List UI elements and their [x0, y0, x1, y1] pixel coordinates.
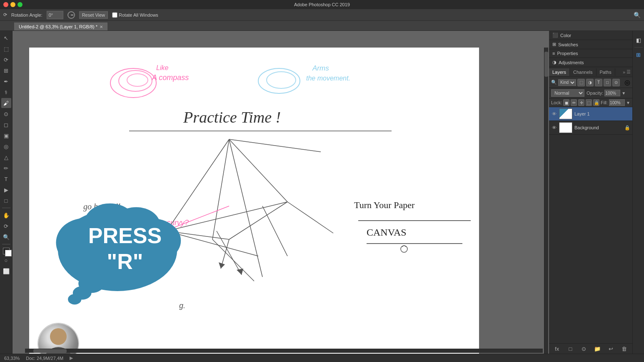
layers-list: 👁 Layer 1 👁 Background 🔒 [549, 107, 632, 343]
tool-lasso[interactable]: ⟳ [1, 55, 11, 65]
status-arrow[interactable]: ▶ [70, 355, 73, 361]
filter-pixel-btn[interactable]: ⬚ [577, 79, 585, 86]
tool-select-rect[interactable]: ⬚ [1, 44, 11, 54]
vertical-scrollbar[interactable] [544, 48, 548, 354]
tool-brush[interactable]: 🖌 [1, 98, 11, 108]
color-swatches [3, 248, 10, 254]
tab-label: Untitled-2 @ 63,3% (Layer 1, RGB/8) * [19, 24, 97, 29]
horizontal-scrollbar[interactable] [25, 349, 543, 353]
tool-eraser[interactable]: ◻ [1, 120, 11, 130]
tool-crop[interactable]: ⊞ [1, 65, 11, 75]
tab-channels[interactable]: Channels [570, 68, 596, 76]
swatches-panel-title: Swatches [558, 42, 578, 47]
right-icon-panel-toggle[interactable]: ◧ [634, 35, 644, 45]
tool-gradient[interactable]: ▣ [1, 131, 11, 141]
svg-point-33 [68, 294, 81, 304]
lock-position-btn[interactable]: ✛ [578, 99, 584, 106]
panel-menu-icon[interactable]: ☰ [627, 69, 631, 75]
lock-transparent-btn[interactable]: ◼ [563, 99, 569, 106]
reset-view-button[interactable]: Reset View [79, 11, 108, 19]
tab-close-icon[interactable]: ✕ [100, 25, 103, 29]
svg-line-18 [221, 239, 229, 269]
properties-panel-header[interactable]: ≡ Properties [549, 49, 632, 58]
layers-mode: Normal Opacity: ▼ [549, 88, 632, 98]
layer-mask-btn[interactable]: □ [567, 345, 574, 352]
tool-text[interactable]: T [1, 174, 11, 184]
tool-hand[interactable]: ✋ [1, 210, 11, 220]
tool-pen[interactable]: ✏ [1, 163, 11, 173]
rotate-all-checkbox[interactable] [112, 11, 117, 19]
panel-expand-icon[interactable]: » [623, 70, 625, 75]
close-button[interactable] [3, 2, 8, 7]
tool-shape[interactable]: □ [1, 196, 11, 206]
adjustments-panel-title: Adjustments [559, 60, 584, 65]
rotation-input[interactable] [47, 11, 63, 19]
tool-path-select[interactable]: ▶ [1, 185, 11, 195]
layer-visibility-1[interactable]: 👁 [551, 111, 557, 117]
tool-heal[interactable]: ⚕ [1, 87, 11, 97]
tool-screen-mode[interactable]: ⬜ [1, 266, 11, 276]
lock-image-btn[interactable]: ✏ [571, 99, 577, 106]
tool-stamp[interactable]: ⊙ [1, 109, 11, 119]
blend-mode-select[interactable]: Normal [551, 89, 584, 97]
filter-adjust-btn[interactable]: ◑ [586, 79, 594, 86]
fill-input[interactable] [609, 99, 625, 106]
doc-info: Doc: 24,9M/27,4M [26, 356, 63, 361]
canvas-text-arms: Arms [312, 64, 329, 73]
filter-toggle[interactable]: ◎ [624, 78, 630, 86]
tool-blur[interactable]: ◎ [1, 141, 11, 151]
layer-new-btn[interactable]: ↩ [607, 345, 614, 352]
tool-quick-mask[interactable]: ○ [1, 255, 11, 265]
layers-panel: Layers Channels Paths » ☰ 🔍 Kind ⬚ [549, 67, 632, 354]
color-panel-icon: ⬛ [552, 33, 558, 38]
layer-visibility-bg[interactable]: 👁 [551, 125, 557, 131]
scroll-thumb-v[interactable] [544, 52, 548, 77]
swatches-panel-header[interactable]: ⊞ Swatches [549, 40, 632, 49]
fill-label: Fill: [601, 100, 608, 105]
toolbar-divider-2 [2, 244, 10, 244]
tab-layers[interactable]: Layers [549, 68, 570, 76]
right-icon-layers[interactable]: ⊞ [634, 50, 644, 60]
right-search: 🔍 [634, 12, 641, 18]
layer-delete-btn[interactable]: 🗑 [621, 345, 628, 352]
lock-all-btn[interactable]: 🔒 [593, 99, 599, 106]
foreground-color[interactable] [3, 248, 10, 254]
opacity-input[interactable] [604, 90, 620, 96]
tab-paths[interactable]: Paths [597, 68, 615, 76]
color-panel-header[interactable]: ⬛ Color [549, 31, 632, 40]
swatches-panel-icon: ⊞ [552, 42, 556, 47]
opacity-chevron[interactable]: ▼ [622, 91, 626, 96]
maximize-button[interactable] [17, 2, 22, 7]
properties-panel-title: Properties [557, 51, 578, 56]
filter-type-btn[interactable]: T [595, 79, 602, 86]
layer-group-btn[interactable]: 📁 [594, 345, 601, 352]
tool-dodge[interactable]: △ [1, 152, 11, 162]
rotation-dial[interactable] [67, 11, 75, 19]
tool-zoom[interactable]: 🔍 [1, 232, 11, 242]
lock-artboard-btn[interactable]: ⬚ [586, 99, 592, 106]
document-tab[interactable]: Untitled-2 @ 63,3% (Layer 1, RGB/8) * ✕ [14, 23, 107, 30]
fill-chevron[interactable]: ▼ [626, 101, 630, 105]
tool-eyedropper[interactable]: ✒ [1, 76, 11, 86]
adjustments-panel-header[interactable]: ◑ Adjustments [549, 58, 632, 67]
scroll-thumb-h[interactable] [33, 349, 67, 353]
background-color[interactable] [5, 250, 12, 256]
lock-label: Lock: [551, 100, 562, 105]
layer-fx-btn[interactable]: fx [553, 345, 561, 352]
layer-thumbnail-1 [559, 108, 572, 119]
tool-move[interactable]: ↖ [1, 33, 11, 43]
layers-lock-row: Lock: ◼ ✏ ✛ ⬚ 🔒 Fill: ▼ [549, 98, 632, 107]
filter-shape-btn[interactable]: □ [604, 79, 611, 86]
svg-line-20 [217, 231, 242, 275]
layer-item-1[interactable]: 👁 Layer 1 [549, 107, 632, 121]
filter-smart-btn[interactable]: ⊙ [612, 79, 620, 86]
tool-rotate-view[interactable]: ⟳ [1, 221, 11, 231]
canvas-area[interactable]: Like A compass Arms the movement. Practi… [12, 31, 549, 354]
filter-kind-select[interactable]: Kind [558, 79, 576, 86]
canvas-text-turn: Turn Your Paper [354, 200, 414, 211]
search-icon[interactable]: 🔍 [634, 12, 641, 18]
layer-adjustment-btn[interactable]: ⊙ [580, 345, 588, 352]
minimize-button[interactable] [10, 2, 15, 7]
right-divider [634, 47, 643, 48]
layer-item-background[interactable]: 👁 Background 🔒 [549, 121, 632, 135]
